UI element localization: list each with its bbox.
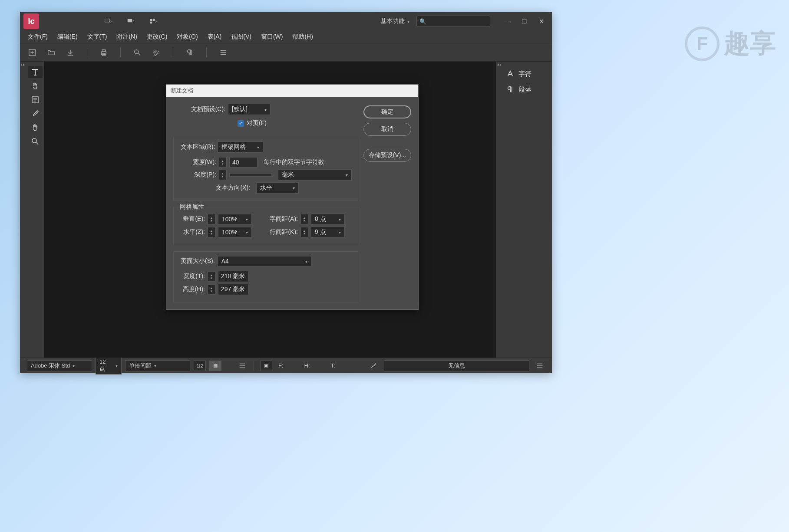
character-panel-item[interactable]: 字符 — [502, 66, 552, 82]
window-controls: — ☐ ✕ — [498, 15, 550, 27]
menu-text[interactable]: 文字(T) — [83, 31, 112, 43]
paragraph-panel-item[interactable]: 段落 — [502, 82, 552, 97]
menu-edit[interactable]: 编辑(E) — [53, 31, 82, 43]
menu-object[interactable]: 对象(O) — [172, 31, 202, 43]
type-tool-icon[interactable] — [28, 66, 43, 78]
title-tool-1[interactable] — [100, 16, 117, 27]
save-icon[interactable] — [65, 47, 76, 58]
pagesize-dropdown[interactable]: A4▾ — [218, 256, 311, 266]
preset-label: 文档预设(C): — [182, 105, 225, 113]
chevron-down-icon: ▾ — [257, 145, 259, 150]
region-dropdown[interactable]: 框架网格▾ — [218, 141, 263, 153]
spellcheck-icon[interactable]: abc — [151, 47, 162, 58]
linespace-dropdown[interactable]: 9 点▾ — [311, 227, 345, 238]
status-menu-icon[interactable] — [237, 361, 248, 371]
charspace-dropdown[interactable]: 0 点▾ — [311, 213, 345, 225]
canvas-area: 新建文档 文档预设(C): [默认]▾ ✓ 对页(F) — [44, 62, 496, 358]
title-tools — [39, 16, 377, 27]
chevron-down-icon: ▾ — [293, 186, 295, 190]
horizontal-spinner[interactable]: ▴▾ — [208, 227, 215, 237]
open-icon[interactable] — [46, 47, 56, 58]
workspace-dropdown[interactable]: 基本功能 ▾ — [377, 16, 413, 27]
title-tool-3[interactable] — [145, 16, 162, 27]
chevron-down-icon: ▾ — [116, 363, 118, 368]
page-size-fieldset: 页面大小(S): A4▾ 宽度(T): ▴▾ 210 毫米 高度(H): — [173, 251, 358, 302]
right-collapse-strip[interactable]: ◂◂ — [496, 62, 502, 358]
width-spinner[interactable]: ▴▾ — [219, 157, 227, 167]
app-icon: Ic — [23, 13, 39, 29]
save-preset-button[interactable]: 存储预设(V)... — [363, 149, 411, 162]
depth-input[interactable] — [229, 173, 272, 177]
pageheight-spinner[interactable]: ▴▾ — [208, 284, 215, 295]
vertical-spinner[interactable]: ▴▾ — [208, 214, 215, 224]
eyedropper-tool-icon[interactable] — [28, 108, 43, 120]
view-mode-2-icon[interactable]: ▦ — [209, 361, 221, 371]
pageheight-label: 高度(H): — [179, 286, 205, 293]
width-hint: 每行中的双字节字符数 — [264, 158, 324, 166]
chevron-down-icon: ▾ — [407, 19, 409, 24]
menu-note[interactable]: 附注(N) — [112, 31, 141, 43]
watermark: F 趣享 — [685, 26, 776, 61]
vertical-dropdown[interactable]: 100%▾ — [218, 214, 252, 224]
note-tool-icon[interactable] — [28, 94, 43, 106]
zoom-tool-icon[interactable] — [28, 135, 43, 148]
font-dropdown[interactable]: Adobe 宋体 Std▾ — [27, 360, 92, 371]
chevron-down-icon: ▾ — [305, 259, 307, 264]
search-input[interactable]: 🔍 — [416, 16, 490, 27]
facing-pages-checkbox[interactable]: ✓ 对页(F) — [238, 119, 267, 127]
separator — [120, 48, 121, 57]
f-label: F: — [278, 362, 284, 369]
dialog-title: 新建文档 — [166, 85, 418, 97]
svg-point-9 — [135, 49, 139, 53]
left-collapse-strip[interactable]: ▸▸ — [20, 62, 26, 358]
svg-rect-4 — [150, 22, 152, 24]
minimize-button[interactable]: — — [498, 15, 515, 27]
menu-table[interactable]: 表(A) — [203, 31, 226, 43]
close-button[interactable]: ✕ — [533, 15, 550, 27]
direction-label: 文本方向(X): — [179, 184, 250, 192]
menu-window[interactable]: 窗口(W) — [257, 31, 287, 43]
status-end-menu-icon[interactable] — [535, 361, 545, 371]
paragraph-label: 段落 — [518, 85, 532, 94]
chevron-down-icon: ▾ — [246, 217, 248, 222]
left-toolbar: T — [26, 62, 44, 358]
preset-dropdown[interactable]: [默认]▾ — [228, 104, 271, 115]
grid-fieldset: 网格属性 垂直(E): ▴▾ 100%▾ 字间距(A): ▴▾ 0 点▾ 水平(… — [173, 207, 358, 245]
title-tool-2[interactable] — [122, 16, 140, 27]
charspace-label: 字间距(A): — [263, 215, 298, 223]
pageheight-input[interactable]: 297 毫米 — [218, 284, 248, 295]
view-mode-1-icon[interactable]: 1|2 — [194, 361, 206, 371]
depth-spinner[interactable]: ▴▾ — [219, 170, 227, 180]
maximize-button[interactable]: ☐ — [515, 15, 533, 27]
menu-icon[interactable] — [218, 47, 228, 58]
menu-change[interactable]: 更改(C) — [142, 31, 172, 43]
hand-tool-icon[interactable] — [28, 122, 43, 134]
size-dropdown[interactable]: 12 点▾ — [96, 357, 122, 374]
menu-file[interactable]: 文件(F) — [23, 31, 52, 43]
pagewidth-input[interactable]: 210 毫米 — [218, 271, 248, 282]
character-label: 字符 — [518, 70, 532, 78]
pilcrow-icon[interactable] — [185, 47, 195, 58]
horizontal-dropdown[interactable]: 100%▾ — [218, 227, 252, 237]
ok-button[interactable]: 确定 — [363, 105, 411, 118]
cancel-button[interactable]: 取消 — [363, 123, 411, 136]
menu-help[interactable]: 帮助(H) — [288, 31, 317, 43]
linespace-spinner[interactable]: ▴▾ — [300, 227, 308, 237]
print-icon[interactable] — [99, 47, 109, 58]
pagewidth-spinner[interactable]: ▴▾ — [208, 271, 215, 282]
search-icon: 🔍 — [419, 18, 426, 25]
menu-view[interactable]: 视图(V) — [227, 31, 256, 43]
hand-type-tool-icon[interactable]: T — [28, 80, 43, 92]
charspace-spinner[interactable]: ▴▾ — [300, 214, 308, 224]
pagewidth-label: 宽度(T): — [179, 273, 205, 280]
ruler-icon[interactable] — [368, 361, 379, 371]
svg-rect-2 — [150, 19, 152, 21]
depth-unit-dropdown[interactable]: 毫米▾ — [278, 169, 352, 181]
search-tool-icon[interactable] — [132, 47, 142, 58]
frame-icon[interactable]: ▣ — [260, 361, 272, 371]
width-input[interactable]: 40 — [229, 157, 257, 167]
direction-dropdown[interactable]: 水平▾ — [256, 182, 299, 194]
spacing-dropdown[interactable]: 单倍间距▾ — [125, 360, 190, 371]
workspace-label: 基本功能 — [380, 17, 405, 25]
new-icon[interactable] — [27, 47, 37, 58]
